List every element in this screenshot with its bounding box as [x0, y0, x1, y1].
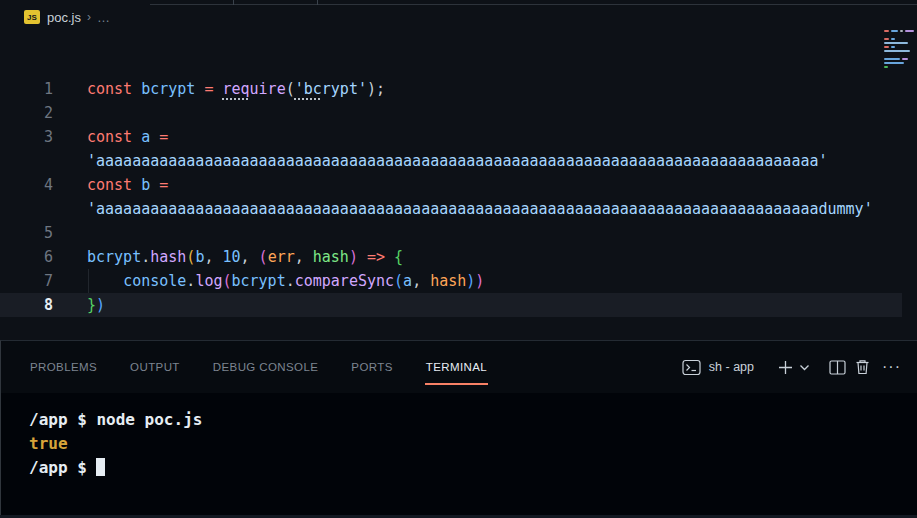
minimap-row	[884, 46, 914, 48]
minimap-segment	[902, 58, 908, 60]
minimap[interactable]	[884, 30, 914, 70]
panel-tab-debug-console[interactable]: DEBUG CONSOLE	[212, 355, 320, 379]
code-text: 'aaaaaaaaaaaaaaaaaaaaaaaaaaaaaaaaaaaaaaa…	[87, 197, 873, 221]
minimap-row	[884, 42, 914, 44]
line-number: 1	[0, 77, 87, 101]
code-line[interactable]: 6bcrypt.hash(b, 10, (err, hash) => {	[0, 245, 902, 269]
minimap-segment	[884, 46, 889, 48]
code-text: const b =	[87, 173, 168, 197]
terminal-line: true	[29, 432, 917, 456]
breadcrumb-symbol-path[interactable]: …	[97, 10, 111, 25]
line-number: 7	[0, 269, 87, 293]
code-editor[interactable]: 1const bcrypt = require('bcrypt');23cons…	[0, 29, 917, 340]
terminal-line: /app $ node poc.js	[29, 408, 917, 432]
code-line[interactable]: 5	[0, 221, 902, 245]
minimap-segment	[891, 30, 898, 32]
panel-header: PROBLEMSOUTPUTDEBUG CONSOLEPORTSTERMINAL…	[1, 341, 917, 393]
minimap-segment	[900, 30, 904, 32]
indent-guide	[88, 269, 89, 293]
terminal-icon	[682, 359, 701, 376]
editor-lines: 1const bcrypt = require('bcrypt');23cons…	[0, 77, 917, 317]
line-number: 4	[0, 173, 87, 197]
minimap-row	[884, 34, 914, 36]
line-number: 8	[0, 293, 87, 317]
kill-terminal-trash-button[interactable]	[855, 359, 870, 375]
line-number	[0, 149, 87, 173]
minimap-segment	[891, 38, 895, 40]
code-line[interactable]: 2	[0, 101, 902, 125]
minimap-segment	[884, 66, 888, 68]
code-text: bcrypt.hash(b, 10, (err, hash) => {	[87, 245, 403, 269]
line-number	[0, 197, 87, 221]
split-terminal-button[interactable]	[829, 360, 846, 375]
terminal-dropdown-chevron[interactable]	[798, 361, 811, 374]
code-text: const bcrypt = require('bcrypt');	[87, 77, 385, 101]
panel-actions: sh - app	[673, 341, 901, 393]
code-text: 'aaaaaaaaaaaaaaaaaaaaaaaaaaaaaaaaaaaaaaa…	[87, 149, 828, 173]
minimap-segment	[884, 38, 889, 40]
terminal-output[interactable]: /app $ node poc.jstrue/app $	[1, 393, 917, 515]
panel-tab-output[interactable]: OUTPUT	[129, 355, 181, 379]
breadcrumb[interactable]: JS poc.js › …	[0, 5, 917, 29]
terminal-line: /app $	[29, 456, 917, 480]
minimap-segment	[884, 42, 908, 44]
minimap-segment	[891, 46, 895, 48]
minimap-segment	[884, 62, 904, 64]
new-terminal-button[interactable]	[777, 359, 794, 376]
panel-tab-ports[interactable]: PORTS	[350, 355, 393, 379]
terminal-cursor	[96, 458, 105, 476]
panel-tabs: PROBLEMSOUTPUTDEBUG CONSOLEPORTSTERMINAL	[1, 355, 488, 379]
code-text: console.log(bcrypt.compareSync(a, hash))	[87, 269, 484, 293]
terminal-session-label[interactable]: sh - app	[709, 360, 754, 374]
code-text: })	[87, 293, 105, 317]
minimap-row	[884, 50, 914, 52]
code-line[interactable]: 7 console.log(bcrypt.compareSync(a, hash…	[0, 269, 902, 293]
breadcrumb-filename[interactable]: poc.js	[47, 10, 81, 25]
code-text: const a =	[87, 125, 168, 149]
javascript-file-icon: JS	[24, 10, 40, 24]
minimap-row	[884, 62, 914, 64]
code-line[interactable]: 'aaaaaaaaaaaaaaaaaaaaaaaaaaaaaaaaaaaaaaa…	[0, 149, 902, 173]
minimap-segment	[884, 50, 910, 52]
panel-tab-problems[interactable]: PROBLEMS	[29, 355, 98, 379]
panel-tab-terminal[interactable]: TERMINAL	[425, 355, 488, 379]
code-line[interactable]: 3const a =	[0, 125, 902, 149]
minimap-row	[884, 54, 914, 56]
line-number: 2	[0, 101, 87, 125]
minimap-segment	[884, 58, 900, 60]
minimap-row	[884, 66, 914, 68]
minimap-row	[884, 30, 914, 32]
chevron-right-icon: ›	[87, 10, 91, 24]
code-line[interactable]: 1const bcrypt = require('bcrypt');	[0, 77, 902, 101]
code-line[interactable]: 'aaaaaaaaaaaaaaaaaaaaaaaaaaaaaaaaaaaaaaa…	[0, 197, 902, 221]
line-number: 3	[0, 125, 87, 149]
minimap-segment	[884, 30, 889, 32]
code-line[interactable]: 8})	[0, 293, 902, 317]
minimap-row	[884, 38, 914, 40]
minimap-row	[884, 58, 914, 60]
line-number: 5	[0, 221, 87, 245]
more-actions-button[interactable]: ···	[882, 358, 901, 376]
code-line[interactable]: 4const b =	[0, 173, 902, 197]
line-number: 6	[0, 245, 87, 269]
vscode-window: JS poc.js › … 1const bcrypt = require('b…	[0, 0, 917, 518]
minimap-segment	[905, 30, 914, 32]
